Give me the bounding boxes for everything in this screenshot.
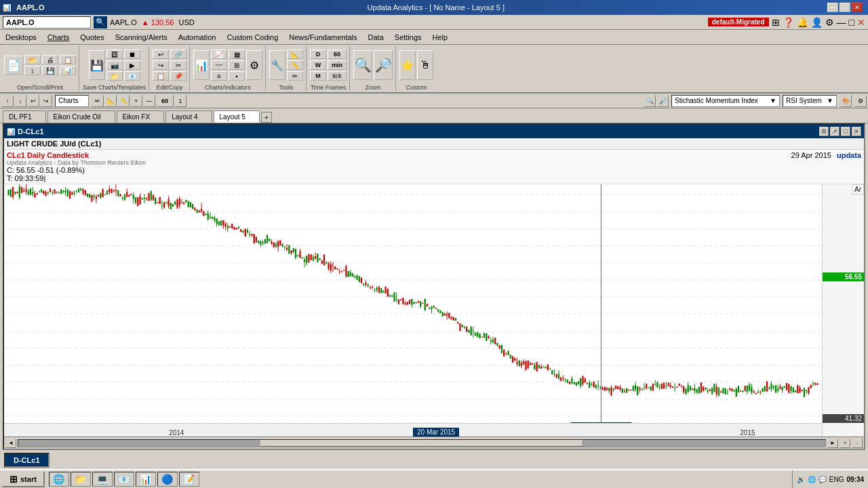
btn-e1[interactable]: 🔗 bbox=[170, 49, 186, 59]
btn-redo[interactable]: ↪ bbox=[153, 60, 169, 70]
ind-btn-5[interactable]: — bbox=[143, 95, 155, 107]
close-button[interactable]: ✕ bbox=[852, 3, 863, 12]
ticker-input[interactable]: AAPL.O bbox=[3, 16, 91, 28]
btn-c2[interactable]: 〰 bbox=[211, 60, 227, 70]
settings-btn-small[interactable]: ⚙ bbox=[854, 95, 867, 107]
btn-tf-m[interactable]: M bbox=[310, 71, 326, 81]
taskbar-app6-btn[interactable]: 🔵 bbox=[157, 472, 178, 487]
btn-candlestick[interactable]: 📊 bbox=[193, 50, 210, 80]
btn-tools-main[interactable]: 🔧 bbox=[269, 50, 285, 80]
ind-btn-1[interactable]: ✏ bbox=[92, 95, 104, 107]
menu-settings[interactable]: Settings bbox=[389, 32, 427, 43]
chart-settings-btn[interactable]: ⚙ bbox=[819, 127, 829, 136]
icon-5[interactable]: ⚙ bbox=[825, 17, 834, 28]
btn-s1[interactable]: 🖼 bbox=[106, 49, 123, 59]
btn-r1[interactable]: 📋 bbox=[60, 55, 76, 64]
btn-copy[interactable]: 📋 bbox=[153, 71, 169, 81]
minimize-button[interactable]: — bbox=[827, 3, 838, 12]
btn-c6[interactable]: ▪ bbox=[229, 71, 245, 81]
tab-eikon-crude[interactable]: Eikon Crude Oil bbox=[47, 110, 115, 123]
btn-t1[interactable]: 📐 bbox=[287, 49, 303, 59]
small-btn-2[interactable]: ↓ bbox=[14, 95, 26, 107]
menu-charts[interactable]: Charts bbox=[42, 32, 75, 43]
btn-s3[interactable]: 📁 bbox=[106, 71, 123, 81]
maximize-button[interactable]: □ bbox=[840, 3, 850, 12]
btn-e2[interactable]: ✂ bbox=[170, 60, 186, 70]
nav-btn-2[interactable]: 🔎 bbox=[656, 95, 669, 107]
btn-t2[interactable]: 📏 bbox=[287, 60, 303, 70]
taskbar-app5-btn[interactable]: 📊 bbox=[136, 472, 156, 487]
tab-add-btn[interactable]: + bbox=[261, 112, 272, 123]
btn-t3[interactable]: ✏ bbox=[287, 71, 303, 81]
btn-save-charts[interactable]: 💾 bbox=[89, 50, 105, 80]
icon-3[interactable]: 🔔 bbox=[797, 17, 808, 28]
taskbar-app7-btn[interactable]: 📝 bbox=[179, 472, 199, 487]
btn-tf-w[interactable]: W bbox=[310, 60, 326, 70]
taskbar-explorer-btn[interactable]: 📁 bbox=[71, 472, 91, 487]
menu-news[interactable]: News/Fundamentals bbox=[283, 32, 362, 43]
ind-btn-3[interactable]: 📏 bbox=[117, 95, 130, 107]
icon-7[interactable]: □ bbox=[849, 17, 854, 28]
btn-s6[interactable]: 📧 bbox=[124, 71, 140, 81]
btn-zoom-out[interactable]: 🔎 bbox=[374, 50, 393, 80]
ind-btn-4[interactable]: + bbox=[130, 95, 142, 107]
menu-custom-coding[interactable]: Custom Coding bbox=[221, 32, 283, 43]
btn-tf-min[interactable]: min bbox=[328, 60, 347, 70]
menu-automation[interactable]: Automation bbox=[173, 32, 222, 43]
btn-s4[interactable]: ⏹ bbox=[124, 49, 140, 59]
rsi-dropdown[interactable]: RSI System ▼ bbox=[783, 95, 837, 107]
small-btn-3[interactable]: ↩ bbox=[27, 95, 39, 107]
nav-btn-1[interactable]: 🔍 bbox=[644, 95, 656, 107]
ind-btn-6[interactable]: 1 bbox=[174, 95, 186, 107]
chart-close-btn[interactable]: ✕ bbox=[852, 127, 861, 136]
scroll-left-btn[interactable]: ◄ bbox=[5, 439, 16, 448]
zoom-out-small[interactable]: - bbox=[852, 439, 863, 448]
btn-tf-d[interactable]: D bbox=[310, 49, 326, 59]
btn-tf-tick[interactable]: tick bbox=[328, 71, 347, 81]
btn-c5[interactable]: ⊞ bbox=[229, 60, 245, 70]
btn-custom-1[interactable]: ⭐ bbox=[399, 50, 416, 80]
icon-4[interactable]: 👤 bbox=[811, 17, 823, 28]
btn-save[interactable]: 💾 bbox=[42, 66, 58, 75]
zoom-in-small[interactable]: + bbox=[840, 439, 850, 448]
color-btn[interactable]: 🎨 bbox=[840, 95, 852, 107]
tab-layout5[interactable]: Layout 5 bbox=[214, 110, 260, 123]
icon-6[interactable]: — bbox=[837, 17, 846, 28]
scroll-right-btn[interactable]: ► bbox=[827, 439, 838, 448]
new-chart-btn[interactable]: 📄 bbox=[4, 56, 23, 75]
menu-scanning[interactable]: Scanning/Alerts bbox=[110, 32, 173, 43]
stochastic-dropdown[interactable]: Stichastic Momentum Index ▼ bbox=[671, 95, 780, 107]
btn-zoom-in[interactable]: 🔍 bbox=[353, 50, 372, 80]
tab-layout4[interactable]: Layout 4 bbox=[165, 110, 212, 123]
btn-60min[interactable]: 60 bbox=[156, 95, 174, 107]
small-btn-4[interactable]: ↪ bbox=[40, 95, 52, 107]
taskbar-app3-btn[interactable]: 💻 bbox=[92, 472, 113, 487]
charts-dropdown[interactable]: Charts bbox=[55, 95, 89, 107]
icon-2[interactable]: ❓ bbox=[783, 17, 794, 28]
btn-open[interactable]: 📂 bbox=[24, 55, 41, 64]
start-button[interactable]: ⊞ start bbox=[1, 471, 45, 487]
icon-8[interactable]: ✕ bbox=[857, 17, 865, 28]
search-icon[interactable]: 🔍 bbox=[94, 16, 107, 28]
btn-r2[interactable]: 📊 bbox=[60, 66, 76, 75]
btn-scroll[interactable]: ↕ bbox=[24, 66, 41, 75]
btn-indicators[interactable]: ⚙ bbox=[246, 50, 262, 80]
btn-c4[interactable]: ▦ bbox=[229, 49, 245, 59]
btn-e3[interactable]: 📌 bbox=[170, 71, 186, 81]
btn-undo[interactable]: ↩ bbox=[153, 49, 169, 59]
menu-desktops[interactable]: Desktops bbox=[0, 32, 42, 43]
chart-detach-btn[interactable]: ↗ bbox=[830, 127, 840, 136]
menu-help[interactable]: Help bbox=[427, 32, 454, 43]
btn-print[interactable]: 🖨 bbox=[42, 55, 58, 64]
menu-data[interactable]: Data bbox=[363, 32, 389, 43]
taskbar-ie-btn[interactable]: 🌐 bbox=[49, 472, 69, 487]
ind-btn-2[interactable]: 📐 bbox=[104, 95, 117, 107]
btn-s5[interactable]: ▶ bbox=[124, 60, 140, 70]
menu-quotes[interactable]: Quotes bbox=[75, 32, 109, 43]
scrollbar-track[interactable] bbox=[18, 439, 826, 447]
btn-c1[interactable]: 📈 bbox=[211, 49, 227, 59]
btn-c3[interactable]: ≡ bbox=[211, 71, 227, 81]
taskbar-chart-btn[interactable]: D-CLc1 bbox=[4, 453, 50, 468]
btn-tf-60[interactable]: 60 bbox=[328, 49, 347, 59]
tab-dlpf1[interactable]: DL PF1 bbox=[3, 110, 46, 123]
